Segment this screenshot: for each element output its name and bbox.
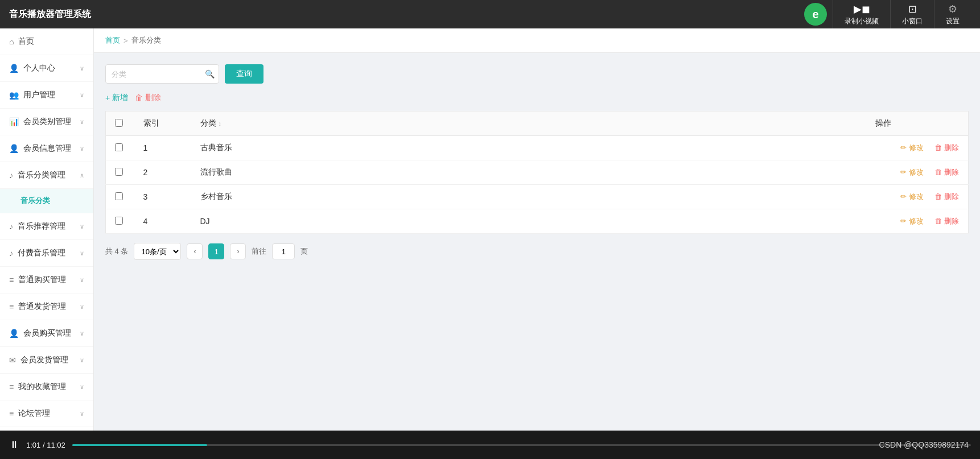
query-button[interactable]: 查询 <box>225 64 263 84</box>
chevron-down-icon-13: ∨ <box>80 410 84 417</box>
sidebar-item-paid-music[interactable]: ♪ 付费音乐管理 ∨ <box>0 240 93 267</box>
row-check-cell <box>106 209 134 234</box>
sidebar-item-home[interactable]: ⌂ 首页 <box>0 28 93 55</box>
sidebar-subitem-music-category[interactable]: 音乐分类 <box>0 189 93 213</box>
edit-button[interactable]: ✏ 修改 <box>900 192 925 201</box>
player-time: 1:01 / 11:02 <box>26 441 65 449</box>
sidebar-label-normal-buy: 普通购买管理 <box>18 275 66 285</box>
delete-button[interactable]: 🗑 删除 <box>135 93 161 103</box>
sidebar-item-member-type[interactable]: 📊 会员类别管理 ∨ <box>0 109 93 135</box>
total-time: 11:02 <box>47 441 65 449</box>
sidebar-item-personal[interactable]: 👤 个人中心 ∨ <box>0 55 93 82</box>
edit-button[interactable]: ✏ 修改 <box>900 143 925 152</box>
row-checkbox[interactable] <box>115 217 123 225</box>
row-action-cell: ✏ 修改 🗑 删除 <box>866 160 969 185</box>
add-button[interactable]: + 新增 <box>105 93 128 103</box>
action-bar: + 新增 🗑 删除 <box>105 93 969 103</box>
row-checkbox[interactable] <box>115 143 123 151</box>
app-title: 音乐播放器管理系统 <box>9 9 91 20</box>
forum-icon: ≡ <box>9 409 14 418</box>
sidebar-item-user-mgmt[interactable]: 👥 用户管理 ∨ <box>0 82 93 109</box>
row-action-cell: ✏ 修改 🗑 删除 <box>866 185 969 209</box>
next-page-button[interactable]: › <box>230 243 246 259</box>
sidebar-item-my-favorites[interactable]: ≡ 我的收藏管理 ∨ <box>0 374 93 400</box>
settings-button[interactable]: ⚙ 设置 <box>934 0 971 30</box>
main-layout: ⌂ 首页 👤 个人中心 ∨ 👥 用户管理 ∨ 📊 会员类别管理 ∨ <box>0 28 980 431</box>
goto-page-input[interactable] <box>272 243 295 259</box>
chevron-down-icon-8: ∨ <box>80 276 84 284</box>
sidebar-sublabel-music-category: 音乐分类 <box>20 196 50 206</box>
player-progress[interactable] <box>72 444 971 446</box>
delete-row-button[interactable]: 🗑 删除 <box>934 168 959 176</box>
current-time: 1:01 <box>26 441 40 449</box>
pagination-bar: 共 4 条 10条/页 20条/页 50条/页 ‹ 1 › 前往 页 <box>105 243 969 260</box>
row-category-cell: 古典音乐 <box>191 136 866 160</box>
select-all-checkbox[interactable] <box>115 119 123 127</box>
record-video-button[interactable]: ▶◼ 录制小视频 <box>833 0 890 30</box>
row-checkbox[interactable] <box>115 168 123 176</box>
chevron-down-icon-6: ∨ <box>80 223 84 230</box>
row-check-cell <box>106 185 134 209</box>
col-check-header <box>106 111 134 136</box>
edit-button[interactable]: ✏ 修改 <box>900 168 925 176</box>
page-size-select[interactable]: 10条/页 20条/页 50条/页 <box>134 243 181 260</box>
delete-row-button[interactable]: 🗑 删除 <box>934 143 959 152</box>
delete-row-button[interactable]: 🗑 删除 <box>934 192 959 201</box>
sidebar-item-member-deliver[interactable]: ✉ 会员发货管理 ∨ <box>0 347 93 374</box>
goto-label: 前往 <box>252 246 266 257</box>
edit-icon: ✏ <box>900 217 907 225</box>
page-1-button[interactable]: 1 <box>208 243 224 259</box>
normal-deliver-icon: ≡ <box>9 302 14 311</box>
prev-page-button[interactable]: ‹ <box>187 243 203 259</box>
row-category-cell: 乡村音乐 <box>191 185 866 209</box>
edit-icon: ✏ <box>900 168 907 176</box>
sidebar-item-music-category[interactable]: ♪ 音乐分类管理 ∧ <box>0 162 93 189</box>
breadcrumb-current: 音乐分类 <box>131 35 161 46</box>
inner-content: 🔍 查询 + 新增 🗑 删除 <box>94 53 980 271</box>
delete-icon: 🗑 <box>135 93 143 102</box>
chevron-down-icon-9: ∨ <box>80 303 84 311</box>
top-header: 音乐播放器管理系统 e ▶◼ 录制小视频 ⊡ 小窗口 ⚙ 设置 <box>0 0 980 28</box>
edit-button[interactable]: ✏ 修改 <box>900 217 925 225</box>
record-video-label: 录制小视频 <box>845 16 879 26</box>
e-logo: e <box>804 3 827 26</box>
member-info-icon: 👤 <box>9 144 19 153</box>
sidebar-item-music-recommend[interactable]: ♪ 音乐推荐管理 ∨ <box>0 213 93 240</box>
row-index-cell: 3 <box>134 185 191 209</box>
sidebar-item-normal-buy[interactable]: ≡ 普通购买管理 ∨ <box>0 267 93 293</box>
sidebar-label-normal-deliver: 普通发货管理 <box>18 301 66 312</box>
sidebar-label-personal: 个人中心 <box>23 63 55 73</box>
trash-icon: 🗑 <box>934 192 942 201</box>
edit-icon: ✏ <box>900 143 907 152</box>
member-buy-icon: 👤 <box>9 329 19 338</box>
row-checkbox[interactable] <box>115 192 123 200</box>
sidebar-label-music-category: 音乐分类管理 <box>18 170 65 180</box>
mini-window-button[interactable]: ⊡ 小窗口 <box>890 0 934 30</box>
play-pause-button[interactable]: ⏸ <box>9 439 19 451</box>
user-mgmt-icon: 👥 <box>9 90 19 100</box>
sidebar-item-member-buy[interactable]: 👤 会员购买管理 ∨ <box>0 320 93 347</box>
row-check-cell <box>106 136 134 160</box>
sidebar-item-forum[interactable]: ≡ 论坛管理 ∨ <box>0 400 93 427</box>
breadcrumb-separator: > <box>123 36 128 45</box>
sidebar-label-member-type: 会员类别管理 <box>23 117 71 127</box>
search-input[interactable] <box>105 64 219 84</box>
row-action-cell: ✏ 修改 🗑 删除 <box>866 209 969 234</box>
chevron-down-icon-2: ∨ <box>80 92 84 99</box>
row-index-cell: 2 <box>134 160 191 185</box>
col-category-header[interactable]: 分类 ↕ <box>191 111 866 136</box>
row-check-cell <box>106 160 134 185</box>
delete-row-button[interactable]: 🗑 删除 <box>934 217 959 225</box>
sort-icon: ↕ <box>218 120 221 127</box>
trash-icon: 🗑 <box>934 143 942 152</box>
normal-buy-icon: ≡ <box>9 275 14 284</box>
sidebar-label-user-mgmt: 用户管理 <box>23 90 55 100</box>
sidebar-item-normal-deliver[interactable]: ≡ 普通发货管理 ∨ <box>0 293 93 320</box>
search-icon[interactable]: 🔍 <box>205 69 215 78</box>
sidebar-item-member-info[interactable]: 👤 会员信息管理 ∨ <box>0 135 93 162</box>
player-progress-fill <box>72 444 207 446</box>
page-label: 页 <box>300 246 308 257</box>
table-row: 1 古典音乐 ✏ 修改 🗑 删除 <box>106 136 969 160</box>
breadcrumb-home[interactable]: 首页 <box>105 35 120 46</box>
home-icon: ⌂ <box>9 37 14 46</box>
